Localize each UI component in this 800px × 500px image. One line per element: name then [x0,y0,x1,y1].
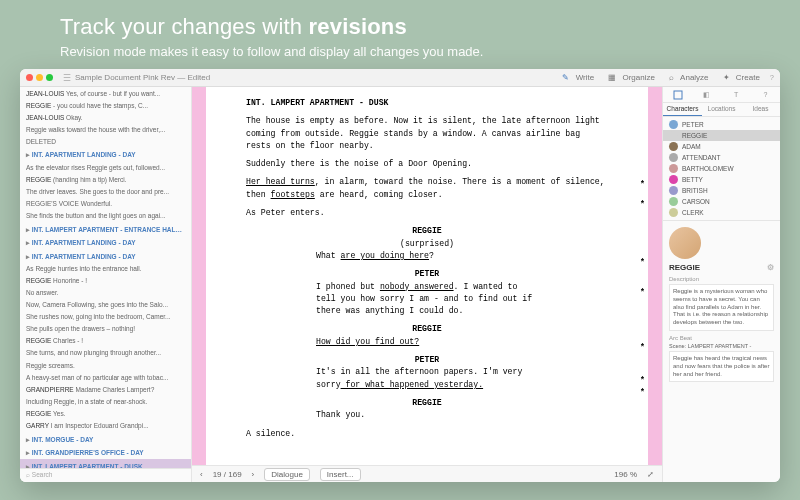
character-label: REGGIE [682,132,707,139]
outline-line[interactable]: Reggie screams. [20,359,191,371]
svg-rect-0 [674,91,682,99]
action-text: A silence. [246,428,608,440]
arc-beat-field[interactable]: Reggie has heard the tragical news and n… [669,351,774,382]
avatar [669,208,678,217]
character-label: BARTHOLOMEW [682,165,734,172]
avatar [669,197,678,206]
action-text: As Peter enters. [246,207,608,219]
character-cue: REGGIE [246,397,608,409]
outline-line[interactable]: Reggie walks toward the house with the d… [20,123,191,135]
description-field[interactable]: Reggie is a mysterious woman who seems t… [669,284,774,331]
character-row[interactable]: BRITISH [663,185,780,196]
character-list: PETERREGGIEADAMATTENDANTBARTHOLOMEWBETTY… [663,117,780,220]
subtab-locations[interactable]: Locations [702,103,741,116]
avatar [669,120,678,129]
character-label: CARSON [682,198,710,205]
character-row[interactable]: ADAM [663,141,780,152]
expand-icon[interactable]: ⤢ [647,470,654,479]
outline-line[interactable]: As Reggie hurries into the entrance hall… [20,262,191,274]
outline-line[interactable]: A heavy-set man of no particular age wit… [20,371,191,383]
scene-heading: INT. LAMPERT APARTMENT - DUSK [246,97,608,109]
subtab-ideas[interactable]: Ideas [741,103,780,116]
outline-panel: JEAN-LOUIS Yes, of course - but if you w… [20,87,192,482]
outline-line[interactable]: REGGIE - you could have the stamps, C... [20,99,191,111]
outline-line[interactable]: REGGIE Yes. [20,407,191,419]
app-window: ☰ Sample Document Pink Rev — Edited ✎ Wr… [20,69,780,482]
character-row[interactable]: ATTENDANT [663,152,780,163]
character-row[interactable]: REGGIE [663,130,780,141]
character-cue: REGGIE [246,225,608,237]
outline-scene-heading[interactable]: INT. MORGUE - DAY [20,432,191,446]
subtab-characters[interactable]: Characters [663,103,702,116]
character-row[interactable]: BARTHOLOMEW [663,163,780,174]
window-title: Sample Document Pink Rev — Edited [75,73,210,82]
revision-mark-icon: * [640,199,645,211]
character-row[interactable]: CLERK [663,207,780,218]
action-text: The house is empty as before. Now it is … [246,115,608,152]
element-type-select[interactable]: Dialogue [264,468,310,481]
zoom-level[interactable]: 196 % [614,470,637,479]
outline-line[interactable]: She turns, and now plunging through anot… [20,347,191,359]
revision-mark-icon: * [640,375,645,387]
gear-icon[interactable]: ⚙ [767,263,774,272]
outline-scene-heading[interactable]: INT. GRANDPIERRE'S OFFICE - DAY [20,445,191,459]
character-detail: REGGIE ⚙ Description Reggie is a mysteri… [663,220,780,482]
inspector-toggle-icon[interactable]: ? [770,73,774,82]
character-label: BRITISH [682,187,708,194]
outline-line[interactable]: Now, Camera Following, she goes into the… [20,299,191,311]
avatar [669,153,678,162]
tab-text[interactable]: T [722,87,751,102]
prev-page-button[interactable]: ‹ [200,470,203,479]
outline-search[interactable]: ⌕ Search [20,468,191,482]
sidebar-toggle-icon[interactable]: ☰ [63,73,71,83]
close-icon[interactable] [26,74,33,81]
outline-scene-heading[interactable]: INT. APARTMENT LANDING - DAY [20,235,191,249]
page-indicator: 19 / 169 [213,470,242,479]
next-page-button[interactable]: › [252,470,255,479]
dialogue-text: How did you find out? [316,336,538,348]
outline-line[interactable]: REGGIE (handing him a tip) Merci. [20,173,191,185]
character-cue: PETER [246,268,608,280]
outline-line[interactable]: JEAN-LOUIS Okay. [20,111,191,123]
outline-line[interactable]: REGGIE Honorine - ! [20,274,191,286]
outline-line[interactable]: JEAN-LOUIS Yes, of course - but if you w… [20,87,191,99]
label: Arc Beat [669,335,774,341]
outline-line[interactable]: No answer. [20,287,191,299]
outline-scene-heading[interactable]: INT. LAMPERT APARTMENT - ENTRANCE HALL -… [20,222,191,236]
insert-select[interactable]: Insert... [320,468,361,481]
analyze-mode-button[interactable]: ⌕ Analyze [669,73,709,82]
organize-mode-button[interactable]: ▦ Organize [608,73,655,82]
outline-line[interactable]: She rushes now, going into the bedroom, … [20,311,191,323]
outline-line[interactable]: REGGIE Charles - ! [20,335,191,347]
outline-line[interactable]: She pulls open the drawers – nothing! [20,323,191,335]
outline-line[interactable]: GARRY I am Inspector Edouard Grandpi... [20,420,191,432]
outline-line[interactable]: She finds the button and the light goes … [20,209,191,221]
tab-navigator[interactable] [663,87,692,102]
outline-scene-heading[interactable]: INT. APARTMENT LANDING - DAY [20,147,191,161]
revision-mark-icon: * [640,287,645,299]
hero-title: Track your changes with revisions [60,14,740,40]
zoom-icon[interactable] [46,74,53,81]
outline-line[interactable]: The driver leaves. She goes to the door … [20,185,191,197]
character-label: BETTY [682,176,703,183]
outline-line[interactable]: As the elevator rises Reggie gets out, f… [20,161,191,173]
character-row[interactable]: CARSON [663,196,780,207]
character-row[interactable]: PETER [663,119,780,130]
create-mode-button[interactable]: ✦ Create [723,73,760,82]
titlebar: ☰ Sample Document Pink Rev — Edited ✎ Wr… [20,69,780,87]
minimize-icon[interactable] [36,74,43,81]
avatar [669,227,701,259]
write-mode-button[interactable]: ✎ Write [562,73,594,82]
avatar [669,186,678,195]
outline-line[interactable]: REGGIE'S VOICE Wonderful. [20,197,191,209]
dialogue-text: What are you doing here? [316,250,538,262]
tab-help[interactable]: ? [751,87,780,102]
character-row[interactable]: BETTY [663,174,780,185]
script-page[interactable]: INT. LAMPERT APARTMENT - DUSK The house … [192,87,662,465]
tab-info[interactable]: ◧ [692,87,721,102]
outline-line[interactable]: GRANDPIERRE Madame Charles Lampert? [20,383,191,395]
dialogue-text: Thank you. [316,409,538,421]
outline-line[interactable]: DELETED [20,135,191,147]
outline-line[interactable]: Including Reggie, in a state of near-sho… [20,395,191,407]
outline-scene-heading[interactable]: INT. APARTMENT LANDING - DAY [20,249,191,263]
